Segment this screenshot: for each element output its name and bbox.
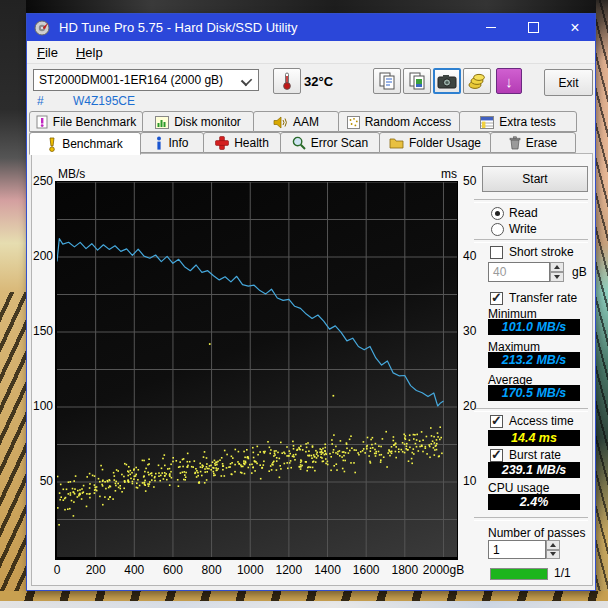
cpu-usage-value: 2.4% — [488, 494, 580, 510]
progress-bar — [490, 568, 548, 580]
health-icon — [215, 136, 229, 150]
menu-bar: File Help — [27, 41, 595, 64]
info-icon — [155, 136, 163, 150]
read-label: Read — [509, 206, 538, 220]
start-button[interactable]: Start — [482, 166, 588, 192]
serial-number: W4Z195CE — [73, 94, 135, 108]
wallpaper-streaks — [0, 591, 608, 601]
tab-label: Disk monitor — [174, 115, 241, 129]
axis-tick-label: 0 — [54, 563, 61, 577]
close-button[interactable]: × — [559, 14, 591, 41]
disk-monitor-icon — [155, 116, 169, 129]
tab-benchmark[interactable]: Benchmark — [29, 132, 141, 155]
tab-health[interactable]: Health — [203, 132, 281, 153]
tab-label: Random Access — [365, 115, 452, 129]
minimize-button[interactable] — [475, 14, 507, 41]
tab-label: Health — [234, 136, 269, 150]
arrow-up-icon — [554, 265, 560, 269]
update-button[interactable]: ↓ — [496, 68, 522, 94]
spin-up-button[interactable] — [546, 540, 560, 550]
axis-tick-label: 150 — [32, 324, 53, 338]
axis-tick-label: 800 — [202, 563, 222, 577]
wallpaper-right — [596, 0, 608, 608]
axis-tick-label: 30 — [463, 324, 476, 338]
axis-tick-label: 50 — [463, 174, 476, 188]
temperature-button[interactable] — [273, 68, 301, 94]
tab-info[interactable]: Info — [140, 132, 204, 153]
chevron-down-icon — [241, 75, 252, 86]
access-time-value: 14.4 ms — [488, 430, 580, 446]
axis-tick-label: 250 — [32, 174, 53, 188]
y-left-axis-unit: MB/s — [58, 167, 85, 181]
axis-tick-label: 600 — [163, 563, 183, 577]
transfer-rate-label: Transfer rate — [509, 291, 577, 305]
spin-down-button[interactable] — [546, 550, 560, 560]
tab-label: File Benchmark — [53, 115, 136, 129]
drive-selector-dropdown[interactable]: ST2000DM001-1ER164 (2000 gB) — [33, 69, 259, 91]
drive-selector-value: ST2000DM001-1ER164 (2000 gB) — [39, 73, 223, 87]
title-bar[interactable]: HD Tune Pro 5.75 - Hard Disk/SSD Utility… — [27, 14, 595, 41]
burst-rate-checkbox[interactable] — [490, 449, 503, 462]
passes-label: Number of passes — [488, 526, 585, 540]
thermometer-icon — [282, 72, 292, 90]
tab-row-bottom: Benchmark Info Health Error Scan Folder … — [29, 132, 575, 153]
read-radio[interactable] — [491, 207, 504, 220]
short-stroke-spinner[interactable] — [550, 262, 564, 282]
copy-image-button[interactable] — [403, 68, 431, 94]
camera-icon — [437, 74, 457, 89]
menu-file[interactable]: File — [29, 43, 66, 62]
spin-up-button[interactable] — [550, 262, 564, 272]
tab-folder-usage[interactable]: Folder Usage — [379, 132, 491, 153]
axis-tick-label: 40 — [463, 249, 476, 263]
tab-error-scan[interactable]: Error Scan — [280, 132, 380, 153]
tab-extra-tests[interactable]: Extra tests — [459, 111, 577, 132]
tab-label: Folder Usage — [409, 136, 481, 150]
axis-tick-label: 1200 — [276, 563, 303, 577]
copy-text-button[interactable] — [373, 68, 401, 94]
short-stroke-size-input[interactable]: 40 — [488, 262, 550, 282]
passes-input[interactable]: 1 — [488, 540, 546, 559]
burst-rate-value: 239.1 MB/s — [488, 462, 580, 478]
passes-spinner[interactable] — [546, 540, 560, 559]
error-scan-icon — [292, 136, 306, 150]
tab-random-access[interactable]: Random Access — [338, 111, 460, 132]
axis-tick-label: 1000 — [237, 563, 264, 577]
axis-tick-label: 1800 — [391, 563, 418, 577]
y-right-axis-unit: ms — [441, 167, 457, 181]
axis-tick-label: 1600 — [353, 563, 380, 577]
transfer-rate-checkbox[interactable] — [490, 292, 503, 305]
axis-tick-label: 200 — [86, 563, 106, 577]
tab-file-benchmark[interactable]: File Benchmark — [29, 111, 143, 132]
export-button[interactable] — [463, 68, 491, 94]
maximum-value: 213.2 MB/s — [488, 352, 580, 368]
menu-help[interactable]: Help — [68, 43, 111, 62]
wallpaper-band — [0, 601, 608, 608]
access-time-label: Access time — [509, 414, 574, 428]
cpu-usage-label: CPU usage — [488, 481, 549, 495]
write-radio[interactable] — [491, 223, 504, 236]
speaker-icon — [273, 116, 288, 129]
tab-erase[interactable]: Erase — [490, 132, 576, 153]
exit-button[interactable]: Exit — [544, 69, 593, 96]
tab-disk-monitor[interactable]: Disk monitor — [142, 111, 254, 132]
short-stroke-label: Short stroke — [509, 245, 574, 259]
app-icon — [34, 20, 50, 36]
axis-tick-label: 100 — [32, 399, 53, 413]
benchmark-icon — [47, 137, 57, 152]
progress-label: 1/1 — [554, 566, 571, 580]
separator — [474, 517, 588, 521]
tab-label: Extra tests — [499, 115, 556, 129]
arrow-down-icon — [554, 275, 560, 279]
chart-canvas — [57, 182, 457, 557]
access-time-checkbox[interactable] — [490, 415, 503, 428]
tab-aam[interactable]: AAM — [253, 111, 339, 132]
short-stroke-checkbox[interactable] — [490, 246, 503, 259]
tab-label: Erase — [526, 136, 557, 150]
copy-text-icon — [377, 72, 397, 90]
spin-down-button[interactable] — [550, 272, 564, 282]
arrow-down-icon — [550, 552, 556, 556]
axis-tick-label: 10 — [463, 474, 476, 488]
screenshot-button[interactable] — [433, 68, 461, 94]
maximize-button[interactable] — [517, 14, 549, 41]
exit-label: Exit — [558, 76, 578, 90]
